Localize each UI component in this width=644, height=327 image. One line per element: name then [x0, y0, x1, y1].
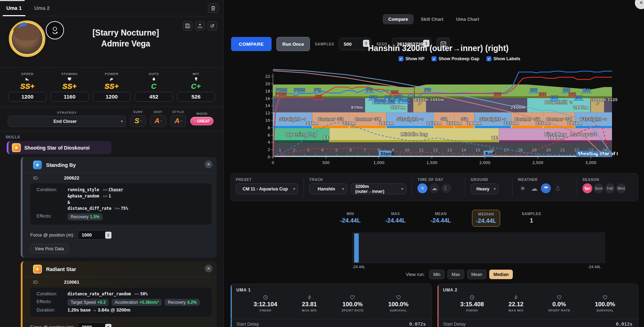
strategy-select[interactable]: End Closer	[8, 116, 126, 127]
skill-detail-inset: Condition:running_style ==Chaser&phase_r…	[30, 183, 212, 225]
tab-uma-chart[interactable]: Uma Chart	[451, 14, 485, 24]
result-value: -24.44L	[385, 217, 406, 224]
effect-chip: Acceleration+0.36m/s²	[111, 299, 162, 306]
svg-text:2995m: 2995m	[573, 105, 588, 110]
season-label: SEASON	[582, 177, 599, 182]
checkbox-show-labels[interactable]: Show Labels	[486, 56, 520, 61]
results-histogram	[352, 232, 605, 263]
svg-text:PU: PU	[366, 87, 372, 93]
rainy-icon[interactable]: ☂	[541, 183, 551, 193]
strategy-row: STRATEGY End Closer SURFS▾DISTA▾STYLEA▾ …	[0, 107, 223, 131]
stats-row: SPEEDSS+1200STAMINASS+1160POWERSS+1200GU…	[0, 68, 223, 107]
svg-text:870m: 870m	[351, 105, 363, 110]
checkbox-label: Show Poskeep Gap	[439, 56, 479, 61]
svg-text:20: 20	[265, 82, 270, 86]
sunny-icon[interactable]: ☀	[518, 183, 528, 193]
stepper-icon[interactable]	[105, 232, 111, 239]
view-proc-data-button[interactable]: View Proc Data	[30, 244, 68, 253]
svg-text:PDM: PDM	[275, 92, 287, 97]
svg-text:Corner ↺4: Corner ↺4	[355, 117, 381, 122]
save-uma-button[interactable]	[183, 21, 192, 31]
force-position-value: 1000	[82, 232, 92, 238]
swap-uma-icon[interactable]	[46, 21, 64, 39]
checkbox-show-poskeep-gap[interactable]: Show Poskeep Gap	[432, 56, 479, 61]
force-position-input[interactable]: 1000	[78, 230, 113, 240]
export-uma-button[interactable]	[195, 21, 205, 31]
stat-value-input[interactable]: 452	[135, 92, 173, 102]
cond-value: 1	[109, 194, 111, 199]
aptitude-select[interactable]: S▾	[130, 115, 146, 127]
remove-skill-button[interactable]: ✕	[205, 265, 212, 272]
heart-icon	[595, 295, 615, 300]
bulb-icon	[194, 76, 198, 82]
chevron-down-icon: ▾	[140, 120, 142, 122]
svg-text:2250m: 2250m	[504, 121, 519, 126]
stat-value-input[interactable]: 1200	[8, 92, 46, 102]
start-delay-row: Start Delay0.012s	[438, 319, 638, 327]
season-fall[interactable]: Fall	[605, 183, 615, 193]
aptitude-surf: SURFS▾	[130, 110, 146, 127]
aptitude-label: STYLE	[172, 110, 184, 114]
cond-value: 50%	[140, 291, 148, 296]
aptitude-label: SURF	[133, 110, 143, 114]
reset-uma-button[interactable]: ↺	[208, 21, 217, 31]
delete-uma-button[interactable]	[208, 3, 218, 13]
view-run-max[interactable]: Max	[447, 270, 464, 279]
stepper-icon[interactable]	[105, 324, 111, 327]
race-chart: Downhill ↘870m1270m1325m 1445m↗Downhill …	[260, 65, 618, 168]
stat-value-input[interactable]: 526	[177, 92, 215, 102]
aptitude-select[interactable]: A▾	[150, 115, 166, 127]
skill-name: Standing By	[46, 162, 76, 168]
tab-uma-1[interactable]: Uma 1	[0, 0, 28, 16]
ground-select[interactable]: Heavy	[471, 183, 499, 194]
divider	[465, 178, 465, 197]
view-run-median[interactable]: Median	[489, 270, 513, 279]
track-select[interactable]: Hanshin	[309, 183, 347, 194]
stat-value-input[interactable]: 1160	[51, 92, 89, 102]
preset-value: CM 11 - Aquarius Cup	[243, 187, 288, 191]
force-position-input[interactable]: 2000	[78, 322, 113, 327]
aptitude-select[interactable]: A▾	[170, 115, 186, 127]
season-wint[interactable]: Wint	[616, 183, 626, 193]
cond-operator: ==	[102, 194, 109, 199]
svg-text:1710m: 1710m	[447, 121, 461, 126]
skill-icon: ★	[33, 161, 42, 169]
avatar[interactable]	[9, 20, 45, 57]
season-spr[interactable]: Spr	[582, 183, 592, 193]
stat-value-input[interactable]: 1200	[93, 92, 131, 102]
season-sum[interactable]: Sum	[594, 183, 604, 193]
remove-skill-button[interactable]: ✕	[205, 161, 212, 168]
tab-compare[interactable]: Compare	[383, 14, 414, 24]
run-once-button[interactable]: Run Once	[276, 37, 310, 51]
svg-text:6: 6	[268, 133, 270, 138]
result-median[interactable]: MEDIAN-24.44L	[472, 210, 500, 227]
preset-select[interactable]: CM 11 - Aquarius Cup	[236, 183, 298, 194]
tab-skill-chart[interactable]: Skill Chart	[415, 14, 449, 24]
unique-skill-chip[interactable]: ★ Shooting Star of Dioskouroi	[7, 141, 111, 154]
svg-text:PU: PU	[424, 87, 431, 93]
view-run-mean[interactable]: Mean	[467, 270, 486, 279]
uma-stat-row: 3:12.104FINISH23.81MAX M/S100.0%SPURT RA…	[231, 293, 432, 312]
snowy-icon[interactable]: ☃	[553, 183, 562, 193]
checkbox-show-hp[interactable]: Show HP	[398, 56, 425, 61]
uma-result-card-1: UMA 13:12.104FINISH23.81MAX M/S100.0%SPU…	[230, 284, 432, 327]
mood-select[interactable]: ↑ GREAT	[190, 117, 213, 125]
aptitude-grade: A	[154, 117, 159, 125]
cloudy-icon[interactable]: ☁	[429, 183, 439, 193]
distance-select[interactable]: 3200m (outer→inner)	[351, 183, 406, 194]
view-run-min[interactable]: Min	[429, 270, 445, 279]
trash-icon	[211, 6, 216, 11]
stat-guts: GUTSC452	[135, 71, 173, 102]
race-chart-svg: Downhill ↘870m1270m1325m 1445m↗Downhill …	[260, 65, 618, 168]
preset-bar: PRESET CM 11 - Aquarius Cup TRACK Hanshi…	[230, 173, 638, 201]
tab-uma-2[interactable]: Uma 2	[28, 0, 56, 16]
svg-text:Opening leg: Opening leg	[286, 132, 317, 137]
compare-button[interactable]: COMPARE	[231, 37, 272, 51]
uma-stat-row: 3:15.408FINISH22.12MAX M/S0.0%SPURT RATE…	[438, 293, 638, 312]
sunny-icon[interactable]: ☀	[417, 183, 427, 193]
night-icon[interactable]: ☾	[441, 183, 451, 193]
clock-icon	[254, 295, 277, 300]
svg-text:1270m: 1270m	[390, 105, 405, 110]
svg-text:PDM: PDM	[294, 87, 305, 93]
cloudy-icon[interactable]: ☁	[529, 183, 539, 193]
